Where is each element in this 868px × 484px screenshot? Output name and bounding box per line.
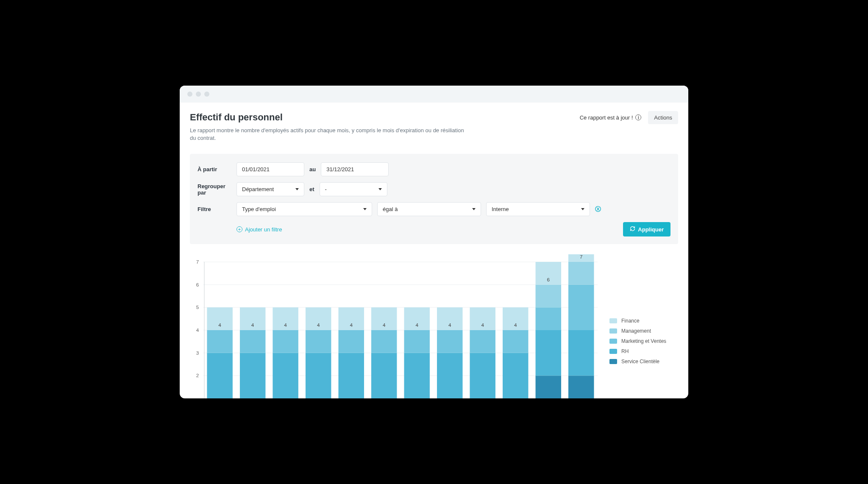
legend-swatch-icon (609, 349, 617, 354)
report-status: Ce rapport est à jour ! i (580, 114, 642, 121)
bar-segment[interactable] (371, 330, 397, 353)
bar-segment[interactable] (503, 353, 528, 398)
legend-swatch-icon (609, 339, 617, 344)
to-label: au (309, 166, 316, 172)
filter-operator-select[interactable]: égal à (377, 202, 481, 216)
bar-segment[interactable] (536, 330, 561, 376)
filters-panel: À partir 01/01/2021 au 31/12/2021 Regrou… (190, 154, 678, 244)
svg-text:2: 2 (196, 373, 199, 378)
app-window: Effectif du personnel Ce rapport est à j… (180, 86, 688, 398)
bar-total-label: 4 (350, 323, 353, 328)
window-dot-minimize-icon[interactable] (196, 92, 201, 97)
svg-text:7: 7 (196, 260, 199, 265)
legend-item[interactable]: RH (609, 348, 677, 354)
bar-total-label: 4 (284, 323, 287, 328)
refresh-icon (630, 226, 635, 233)
svg-text:4: 4 (196, 328, 199, 333)
bar-segment[interactable] (338, 353, 364, 398)
chart-legend: FinanceManagementMarketing et VentesRHSe… (609, 254, 677, 398)
bar-total-label: 4 (514, 323, 517, 328)
actions-button[interactable]: Actions (648, 111, 678, 124)
bar-segment[interactable] (273, 330, 298, 353)
bar-total-label: 4 (218, 323, 221, 328)
bar-segment[interactable] (536, 376, 561, 398)
info-icon[interactable]: i (635, 114, 641, 120)
window-dot-maximize-icon[interactable] (204, 92, 209, 97)
bar-segment[interactable] (536, 307, 561, 330)
bar-segment[interactable] (240, 330, 265, 353)
group-by-join: et (309, 186, 314, 192)
bar-segment[interactable] (470, 353, 495, 398)
apply-button[interactable]: Appliquer (623, 222, 670, 236)
bar-total-label: 4 (448, 323, 451, 328)
bar-segment[interactable] (273, 353, 298, 398)
svg-text:3: 3 (196, 350, 199, 356)
filter-label: Filtre (198, 206, 231, 212)
legend-item[interactable]: Marketing et Ventes (609, 338, 677, 344)
bar-segment[interactable] (437, 353, 462, 398)
legend-label: Finance (621, 318, 640, 324)
legend-label: Marketing et Ventes (621, 338, 666, 344)
bar-total-label: 4 (251, 323, 254, 328)
legend-swatch-icon (609, 318, 617, 323)
svg-text:6: 6 (196, 282, 199, 287)
legend-swatch-icon (609, 359, 617, 364)
from-label: À partir (198, 166, 231, 172)
date-from-input[interactable]: 01/01/2021 (236, 162, 304, 176)
bar-segment[interactable] (568, 376, 594, 398)
filter-field-select[interactable]: Type d'emploi (236, 202, 372, 216)
bar-segment[interactable] (338, 330, 364, 353)
bar-total-label: 4 (383, 323, 386, 328)
bar-segment[interactable] (240, 353, 265, 398)
bar-segment[interactable] (470, 330, 495, 353)
bar-segment[interactable] (207, 353, 232, 398)
page-title: Effectif du personnel (190, 112, 283, 123)
legend-label: Management (621, 328, 651, 334)
bar-segment[interactable] (306, 353, 331, 398)
add-filter-link[interactable]: + Ajouter un filtre (236, 226, 282, 233)
bar-segment[interactable] (404, 353, 429, 398)
bar-segment[interactable] (536, 285, 561, 308)
bar-segment[interactable] (568, 285, 594, 330)
legend-label: Service Clientèle (621, 359, 659, 364)
group-by-label: Regrouper par (198, 183, 231, 196)
bar-total-label: 4 (481, 323, 484, 328)
group-by-secondary-select[interactable]: - (320, 182, 387, 196)
bar-total-label: 7 (580, 255, 583, 260)
legend-item[interactable]: Service Clientèle (609, 359, 677, 364)
window-dot-close-icon[interactable] (187, 92, 192, 97)
bar-total-label: 4 (415, 323, 418, 328)
legend-swatch-icon (609, 328, 617, 334)
group-by-primary-select[interactable]: Département (236, 182, 304, 196)
date-to-input[interactable]: 31/12/2021 (321, 162, 389, 176)
legend-item[interactable]: Finance (609, 318, 677, 324)
page-subtitle: Le rapport montre le nombre d'employés a… (190, 127, 465, 142)
bar-segment[interactable] (404, 330, 429, 353)
remove-filter-icon[interactable]: ⓧ (595, 206, 601, 213)
bar-segment[interactable] (503, 330, 528, 353)
headcount-chart: 234567444444444467 (191, 254, 598, 398)
legend-item[interactable]: Management (609, 328, 677, 334)
bar-total-label: 4 (317, 323, 320, 328)
svg-text:5: 5 (196, 305, 199, 310)
bar-segment[interactable] (306, 330, 331, 353)
legend-label: RH (621, 348, 629, 354)
filter-value-select[interactable]: Interne (486, 202, 590, 216)
bar-segment[interactable] (568, 330, 594, 376)
bar-segment[interactable] (568, 262, 594, 285)
bar-segment[interactable] (437, 330, 462, 353)
bar-segment[interactable] (371, 353, 397, 398)
window-titlebar (180, 86, 688, 103)
bar-total-label: 6 (547, 277, 550, 282)
bar-segment[interactable] (207, 330, 232, 353)
plus-circle-icon: + (236, 226, 242, 232)
